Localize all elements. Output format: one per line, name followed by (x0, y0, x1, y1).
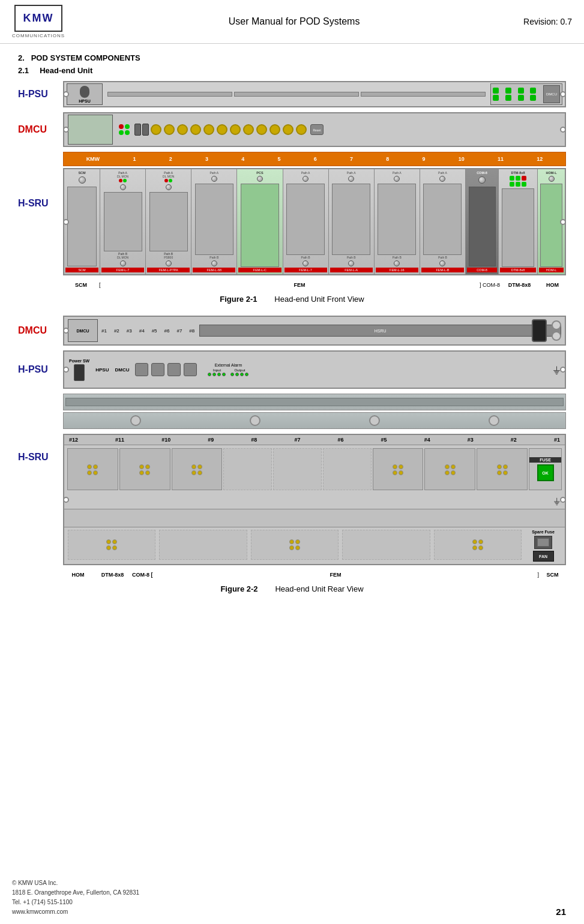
rear-sru-empty-2 (273, 448, 322, 490)
rear-sru-bottom-spacer (64, 509, 565, 527)
hpsu-connectors (105, 92, 488, 97)
rear-sru-card-5 (424, 448, 475, 490)
dmcu-indicator: DMCU (490, 83, 562, 105)
led-2 (505, 88, 511, 94)
mount-hole-right2 (560, 127, 566, 133)
spare-fuse-element (537, 538, 549, 547)
logo-area: KMW COMMUNICATIONS (12, 5, 65, 38)
fuse-label: FUSE (529, 457, 561, 463)
rear-hsru-label: H-SRU (18, 434, 63, 463)
sru-card-com8: COM-8 COM-8 (466, 169, 499, 274)
rear-hpsu-connectors (135, 363, 197, 376)
rear-hpsu-row: H-PSU Power SW HPSU DMCU (18, 350, 566, 389)
sub-number: 2.1 (18, 66, 29, 75)
hsru-rack-unit: SCM SCM Path A DL MON Path B D (63, 168, 566, 275)
rear-slot-5: #5 (152, 328, 157, 334)
dmcu-indicators (119, 124, 130, 135)
rear-mount-circle-1 (130, 415, 141, 426)
rear-mount-circle-4 (489, 415, 499, 426)
dmcu-label: DMCU (18, 124, 63, 135)
dmcu-knob-6 (217, 124, 227, 135)
rear-sru-num-9: #9 (208, 437, 214, 443)
power-sw-block: Power SW (69, 359, 89, 381)
dmcu-diagram-row: DMCU (18, 112, 566, 147)
dmcu-conn-group: Reset (134, 124, 562, 136)
rear-mount-hole-dmcu (63, 328, 69, 334)
dmcu-reset-btn[interactable]: Reset (310, 124, 324, 135)
rear-spacer-inner (65, 398, 564, 406)
rear-spare-card-1 (68, 530, 155, 560)
rear-dmcu-block: DMCU (68, 319, 98, 342)
rear-sru-num-10: #10 (161, 437, 170, 443)
rear-dmcu-slots: #1 #2 #3 #4 #5 #6 #7 #8 HSRU (101, 325, 561, 337)
mount-hole-left (63, 91, 69, 97)
spare-fuse-holder (534, 536, 552, 549)
rear-sru-cards: FUSE OK (64, 445, 565, 493)
rear-slot-4: #4 (139, 328, 145, 334)
fuse-indicator: OK (537, 464, 554, 481)
rear-spacer-row-2 (63, 412, 566, 429)
rear-hpsu-conn2 (151, 363, 164, 376)
rear-sru-num-4: #4 (424, 437, 430, 443)
dmcu-conn-left (134, 124, 149, 136)
sru-card-fem6: Path A Path B FEM-L-A (329, 169, 375, 274)
alarm-input-label: Input (213, 368, 221, 372)
main-content: 2. POD SYSTEM COMPONENTS 2.1 Head-end Un… (0, 44, 584, 613)
dmcu-knob-11 (283, 124, 294, 135)
sru-body-fem1 (104, 192, 142, 251)
rear-spacer-row-1 (63, 394, 566, 410)
rear-mount-hole-hpsu-r (560, 367, 566, 373)
sru-card-dtm: DTM-8x8 DTM-8x8 (499, 169, 538, 274)
hpsu-text: HPSU (79, 99, 90, 103)
figure-2-2-label: Figure 2-2 (220, 584, 257, 593)
dmcu-rack-unit: Reset (63, 112, 566, 147)
sub-section-heading: 2.1 Head-end Unit (18, 66, 566, 75)
logo-subtitle: COMMUNICATIONS (12, 33, 65, 38)
dmcu-port1 (134, 124, 141, 136)
rear-hsru-rack: #12 #11 #10 #9 #8 #7 #6 #5 #4 #3 #2 #1 (63, 434, 566, 565)
rear-sru-num-row: #12 #11 #10 #9 #8 #7 #6 #5 #4 #3 #2 #1 (64, 435, 565, 445)
led-5 (493, 95, 499, 101)
sub-title: Head-end Unit (40, 66, 92, 75)
led-4 (530, 88, 536, 94)
front-bottom-labels: SCM [ FEM ] COM-8 DTM-8x8 HOM (63, 280, 566, 290)
slot-num-4: 4 (241, 156, 244, 162)
rear-sru-num-1: #1 (554, 437, 560, 443)
dmcu-knob-5 (203, 124, 214, 135)
figure-2-1-label: Figure 2-1 (220, 295, 257, 304)
sru-card-fem1: Path A DL MON Path B DL MON FEM-L-7 (100, 169, 146, 274)
front-label-fem: FEM (179, 282, 420, 288)
spare-fuse-label: Spare Fuse (532, 530, 555, 534)
hpsu-rear-text: HPSU (95, 367, 109, 373)
dmcu-knob-1 (151, 124, 161, 135)
mount-hole-sru-right (560, 219, 566, 225)
sru-card-fem7: Path A Path B FEM-L-16 (375, 169, 420, 274)
rear-sru-num-6: #6 (338, 437, 344, 443)
header-revision: Revision: 0.7 (523, 17, 572, 26)
slot-num-5: 5 (277, 156, 280, 162)
alarm-output: Output (230, 368, 248, 376)
figure-2-1-caption: Figure 2-1 Head-end Unit Front View (18, 295, 566, 304)
figure-2-2-caption: Figure 2-2 Head-end Unit Rear View (18, 584, 566, 593)
rear-sru-card-1 (67, 448, 118, 490)
dmcu-knob-2 (164, 124, 175, 135)
rear-mount-hole-sru-r (560, 497, 566, 503)
rear-power-socket (532, 319, 547, 342)
power-switch[interactable] (74, 364, 85, 381)
rear-sru-num-8: #8 (251, 437, 257, 443)
slot-num-7: 7 (350, 156, 353, 162)
dmcu-knob-10 (269, 124, 280, 135)
rear-mount-hole-sru (63, 497, 69, 503)
rear-circle-right-top (552, 320, 561, 330)
hpsu-bar2 (234, 92, 359, 97)
rear-sru-num-12: #12 (69, 437, 78, 443)
hpsu-bar1 (107, 92, 232, 97)
fan-block: FAN (533, 551, 554, 562)
hpsu-bar3 (361, 92, 486, 97)
sru-knob-fem1 (120, 184, 126, 190)
logo-text: KMW (23, 12, 54, 25)
dmcu-ind-red (119, 124, 124, 129)
hpsu-label: H-PSU (18, 89, 63, 100)
ground-symbol: ⏚ (553, 364, 560, 376)
rear-mount-hole-hpsu (63, 367, 69, 373)
